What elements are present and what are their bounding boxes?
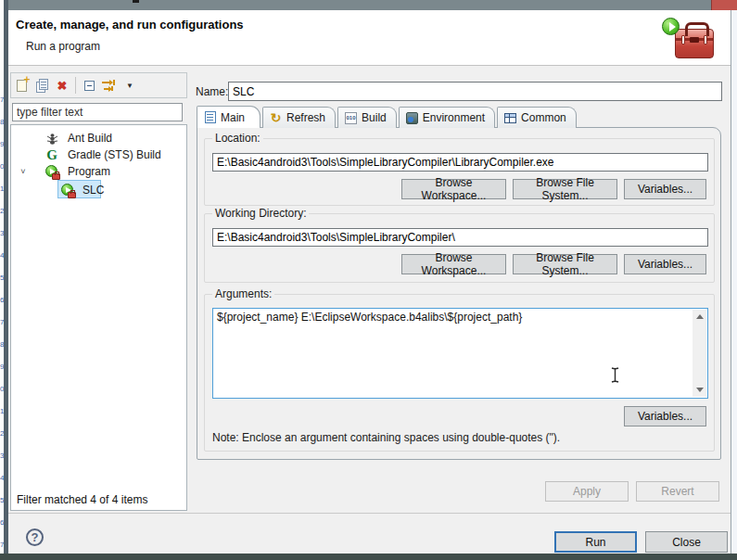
tab-label: Build bbox=[362, 111, 387, 124]
configurations-toolbar: ✖ ▼ bbox=[10, 72, 187, 98]
screen: 7 8 9 0 1 2 3 4 5 6 7 8 9 0 1 2 3 4 5 6 … bbox=[0, 0, 737, 560]
duplicate-icon bbox=[39, 79, 48, 90]
toolbar-separator bbox=[75, 77, 76, 94]
tab-label: Environment bbox=[423, 111, 485, 124]
working-directory-group: Working Directory: Browse Workspace... B… bbox=[204, 213, 715, 283]
arguments-group: Arguments: ${project_name} E:\EclipseWor… bbox=[204, 294, 715, 452]
arguments-scrollbar[interactable] bbox=[693, 310, 706, 397]
window-close-button[interactable] bbox=[711, 0, 737, 10]
tree-item-label: Gradle (STS) Build bbox=[68, 148, 161, 161]
tree-item-label: Ant Build bbox=[68, 132, 112, 145]
help-button[interactable]: ? bbox=[26, 528, 44, 546]
tab-main[interactable]: Main bbox=[197, 106, 260, 128]
environment-icon bbox=[405, 111, 419, 125]
collapse-all-icon bbox=[84, 81, 95, 91]
tree-item-gradle-build[interactable]: G Gradle (STS) Build bbox=[11, 146, 186, 163]
name-input[interactable] bbox=[228, 82, 722, 101]
browse-workspace-button[interactable]: Browse Workspace... bbox=[401, 179, 506, 199]
main-tab-content: Location: Browse Workspace... Browse Fil… bbox=[197, 127, 721, 460]
dialog-header: Create, manage, and run configurations R… bbox=[8, 10, 731, 66]
tab-label: Common bbox=[521, 111, 566, 124]
dropdown-caret-icon: ▼ bbox=[126, 82, 133, 90]
toolbox-icon bbox=[675, 29, 714, 58]
working-directory-input[interactable] bbox=[212, 228, 708, 247]
common-icon bbox=[503, 111, 517, 125]
location-label: Location: bbox=[212, 132, 263, 145]
apply-button[interactable]: Apply bbox=[545, 481, 629, 502]
program-icon bbox=[44, 164, 59, 179]
collapse-all-button[interactable] bbox=[79, 75, 99, 95]
titlebar-text-artifact bbox=[133, 0, 139, 3]
arguments-textarea[interactable]: ${project_name} E:\EclipseWorkspace.b4al… bbox=[212, 308, 708, 399]
tree-item-label: SLC bbox=[83, 184, 104, 197]
tab-environment[interactable]: Environment bbox=[399, 107, 495, 128]
gradle-icon: G bbox=[44, 147, 59, 162]
tab-refresh[interactable]: ↻ Refresh bbox=[262, 107, 336, 128]
arguments-note: Note: Enclose an argument containing spa… bbox=[212, 431, 560, 444]
tab-label: Refresh bbox=[286, 111, 325, 124]
tree-item-program[interactable]: ˅ Program bbox=[11, 163, 186, 180]
arguments-label: Arguments: bbox=[212, 287, 274, 300]
location-input[interactable] bbox=[212, 153, 708, 172]
run-button[interactable]: Run bbox=[554, 531, 637, 553]
tab-bar: Main ↻ Refresh 010 Build Environment Com… bbox=[197, 106, 578, 128]
browse-filesystem-button[interactable]: Browse File System... bbox=[513, 254, 617, 274]
variables-button[interactable]: Variables... bbox=[624, 406, 706, 426]
browse-workspace-button[interactable]: Browse Workspace... bbox=[401, 254, 506, 274]
run-play-icon bbox=[662, 18, 680, 35]
dialog-subtitle: Run a program bbox=[26, 40, 100, 53]
main-tab-icon bbox=[203, 110, 217, 124]
background-editor-sliver: 7 8 9 0 1 2 3 4 5 6 7 8 9 0 1 2 3 4 5 6 … bbox=[0, 0, 8, 560]
revert-button[interactable]: Revert bbox=[636, 481, 719, 502]
delete-configuration-button[interactable]: ✖ bbox=[52, 75, 72, 95]
tree-item-ant-build[interactable]: Ant Build bbox=[11, 130, 186, 146]
background-bottom-strip bbox=[0, 554, 737, 560]
text-cursor-ibeam bbox=[610, 367, 620, 383]
duplicate-configuration-button[interactable] bbox=[32, 75, 52, 95]
new-configuration-button[interactable] bbox=[11, 75, 32, 95]
filter-status-text: Filter matched 4 of 4 items bbox=[17, 493, 147, 506]
location-group: Location: Browse Workspace... Browse Fil… bbox=[204, 138, 715, 206]
program-icon bbox=[60, 183, 75, 197]
scroll-down-arrow[interactable] bbox=[693, 383, 706, 397]
variables-button[interactable]: Variables... bbox=[624, 254, 706, 274]
refresh-icon: ↻ bbox=[269, 111, 283, 125]
footer-separator bbox=[8, 513, 731, 514]
close-button[interactable]: Close bbox=[645, 531, 728, 553]
filter-input[interactable] bbox=[12, 103, 183, 121]
external-tools-banner-icon bbox=[662, 18, 714, 62]
window-titlebar bbox=[8, 0, 737, 10]
browse-filesystem-button[interactable]: Browse File System... bbox=[513, 179, 617, 199]
toolbar-menu-button[interactable]: ▼ bbox=[120, 75, 140, 95]
new-configuration-icon bbox=[17, 80, 27, 92]
configurations-tree: Ant Build G Gradle (STS) Build ˅ Program… bbox=[10, 124, 187, 511]
filter-icon bbox=[101, 79, 118, 92]
ant-icon bbox=[44, 131, 59, 146]
tab-build[interactable]: 010 Build bbox=[337, 107, 397, 128]
tree-item-label: Program bbox=[68, 165, 110, 178]
build-icon: 010 bbox=[344, 111, 358, 125]
tree-item-slc[interactable]: SLC bbox=[11, 182, 186, 198]
tab-common[interactable]: Common bbox=[497, 107, 577, 128]
delete-icon: ✖ bbox=[57, 80, 68, 92]
dialog-title: Create, manage, and run configurations bbox=[16, 18, 244, 32]
working-directory-label: Working Directory: bbox=[212, 207, 309, 220]
scroll-up-arrow[interactable] bbox=[693, 310, 706, 324]
run-configurations-dialog: Create, manage, and run configurations R… bbox=[8, 10, 731, 554]
variables-button[interactable]: Variables... bbox=[624, 179, 706, 199]
filter-configurations-button[interactable] bbox=[99, 75, 120, 95]
name-label: Name: bbox=[196, 85, 228, 98]
dialog-right-edge bbox=[731, 10, 737, 554]
tab-label: Main bbox=[221, 111, 245, 124]
expand-chevron-icon[interactable]: ˅ bbox=[19, 167, 28, 176]
